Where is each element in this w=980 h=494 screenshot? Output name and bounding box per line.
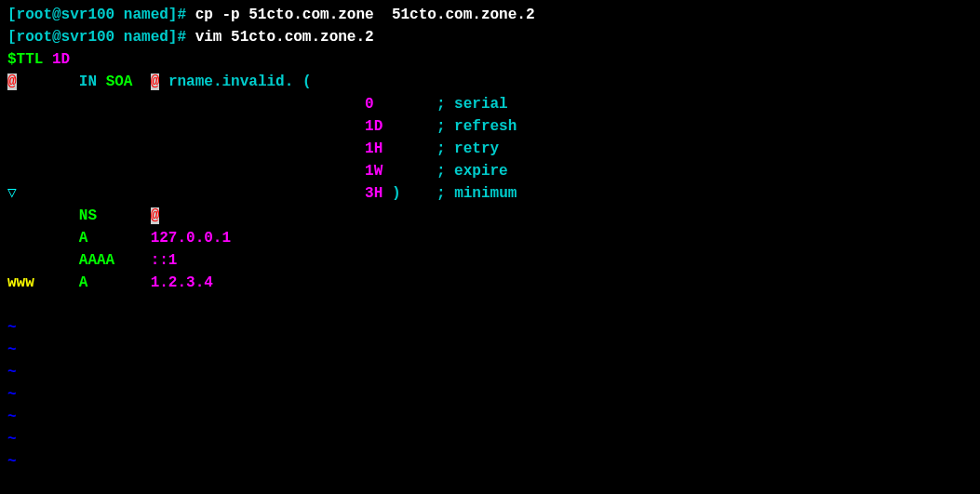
ttl-label: $TTL: [7, 51, 43, 68]
prompt: [root@svr100 named]#: [7, 29, 195, 46]
minimum-value: 3H: [365, 185, 383, 202]
vim-tilde: ~: [7, 406, 973, 428]
retry-value: 1H: [365, 140, 383, 157]
soa-keyword: SOA: [106, 73, 133, 90]
expire-value: 1W: [365, 163, 383, 180]
www-label: www: [7, 274, 34, 291]
serial-comment: ; serial: [436, 96, 508, 113]
zone-minimum-line: ▽ 3H ) ; minimum: [7, 182, 973, 205]
at-symbol: @: [151, 73, 160, 90]
ns-keyword: NS: [79, 207, 97, 224]
vim-tilde: ~: [7, 450, 973, 473]
zone-soa-line: @ IN SOA @ rname.invalid. (: [7, 71, 973, 93]
vim-tilde: ~: [7, 383, 973, 406]
shell-line-1: [root@svr100 named]# cp -p 51cto.com.zon…: [7, 4, 973, 26]
aaaa-keyword: AAAA: [79, 252, 114, 269]
retry-comment: ; retry: [436, 140, 499, 157]
rname: rname.invalid. (: [168, 73, 312, 90]
minimum-comment: ; minimum: [436, 185, 517, 202]
zone-retry-line: 1H ; retry: [7, 138, 973, 160]
zone-ttl-line: $TTL 1D: [7, 48, 973, 71]
prompt: [root@svr100 named]#: [7, 7, 195, 23]
a-value: 1.2.3.4: [151, 274, 213, 291]
empty-line: [7, 294, 973, 316]
vim-tilde: ~: [7, 361, 973, 383]
aaaa-value: ::1: [151, 252, 178, 269]
in-keyword: IN: [79, 73, 97, 90]
zone-aaaa-line: AAAA ::1: [7, 249, 973, 272]
refresh-value: 1D: [365, 118, 383, 135]
ttl-value: 1D: [52, 51, 70, 68]
shell-line-2: [root@svr100 named]# vim 51cto.com.zone.…: [7, 26, 973, 48]
at-symbol: @: [7, 73, 17, 90]
vim-tilde: ~: [7, 316, 973, 339]
a-keyword: A: [79, 274, 88, 291]
expire-comment: ; expire: [436, 163, 508, 180]
vim-tilde: ~: [7, 339, 973, 361]
close-paren: ): [383, 185, 400, 202]
zone-www-line: www A 1.2.3.4: [7, 272, 973, 294]
zone-refresh-line: 1D ; refresh: [7, 115, 973, 138]
marker-icon: ▽: [7, 185, 17, 202]
command: cp -p 51cto.com.zone 51cto.com.zone.2: [195, 7, 535, 23]
zone-serial-line: 0 ; serial: [7, 93, 973, 115]
serial-value: 0: [365, 96, 374, 113]
at-symbol: @: [151, 207, 160, 224]
zone-expire-line: 1W ; expire: [7, 160, 973, 182]
refresh-comment: ; refresh: [436, 118, 517, 135]
vim-tilde: ~: [7, 428, 973, 450]
zone-ns-line: NS @: [7, 205, 973, 227]
a-value: 127.0.0.1: [151, 230, 231, 247]
a-keyword: A: [79, 230, 88, 247]
command: vim 51cto.com.zone.2: [195, 29, 374, 46]
zone-a-line: A 127.0.0.1: [7, 227, 973, 249]
